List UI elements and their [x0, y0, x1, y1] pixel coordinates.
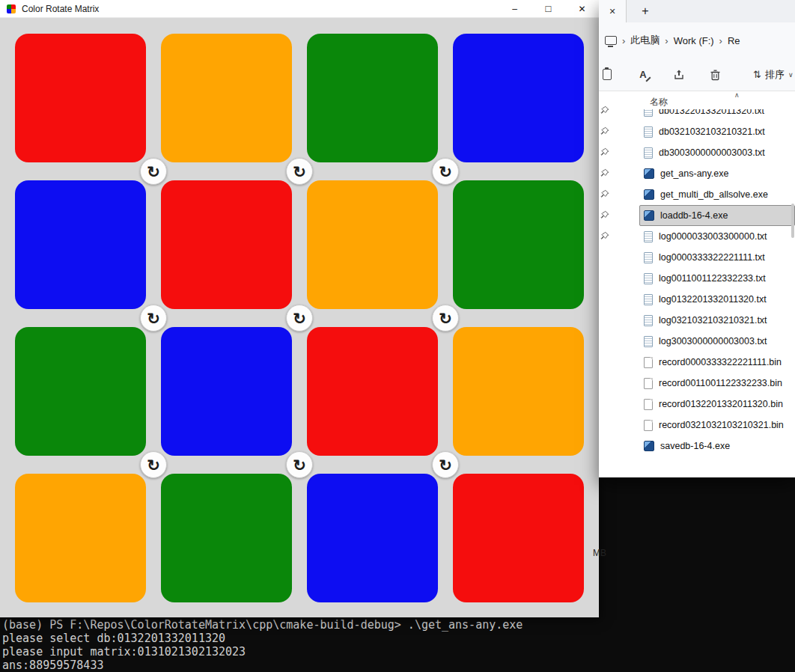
breadcrumb-separator: ›	[622, 35, 625, 46]
file-row[interactable]: loaddb-16-4.exe	[639, 205, 795, 226]
exe-file-icon	[644, 441, 654, 451]
delete-button[interactable]	[708, 67, 722, 82]
file-name: log0000033003300000.txt	[659, 231, 767, 242]
file-name: log0011001122332233.txt	[659, 273, 766, 284]
rotate-button[interactable]: ↻	[140, 158, 167, 185]
breadcrumb-item[interactable]: Re	[728, 35, 740, 46]
file-name: log0321032103210321.txt	[659, 315, 767, 326]
exe-file-icon	[644, 189, 654, 200]
green-tile	[307, 34, 438, 162]
breadcrumb-item[interactable]: Work (F:)	[674, 35, 714, 46]
file-row[interactable]: log0011001122332233.txt	[639, 268, 795, 289]
tab-close-icon[interactable]: ✕	[609, 7, 615, 16]
txt-file-icon	[644, 231, 653, 242]
active-tab[interactable]: ✕	[599, 0, 627, 22]
file-row[interactable]: get_ans-any.exe	[639, 163, 795, 184]
file-name: record0011001122332233.bin	[659, 378, 782, 388]
blue-tile	[15, 180, 146, 309]
pin-icon	[600, 147, 610, 168]
maximize-button[interactable]: □	[531, 0, 565, 17]
rotate-button[interactable]: ↻	[286, 158, 313, 185]
bin-file-icon	[644, 378, 653, 389]
file-row[interactable]: log0321032103210321.txt	[639, 310, 795, 331]
titlebar: Color Rotate Matrix – □ ✕	[0, 0, 599, 18]
txt-file-icon	[644, 294, 653, 305]
paste-button[interactable]	[600, 67, 614, 82]
breadcrumb-separator: ›	[719, 35, 722, 46]
rotate-button[interactable]: ↻	[432, 158, 459, 185]
file-row[interactable]: savedb-16-4.exe	[639, 436, 795, 456]
file-row[interactable]: log3003000000003003.txt	[639, 331, 795, 352]
file-row[interactable]: get_multi_db_allsolve.exe	[639, 184, 795, 205]
pinned-items-column	[600, 105, 610, 251]
bin-file-icon	[644, 357, 653, 368]
terminal-line: (base) PS F:\Repos\ColorRotateMatrix\cpp…	[2, 618, 523, 632]
file-name: record0132201332011320.bin	[659, 399, 783, 409]
bin-file-icon	[644, 420, 653, 431]
pin-icon	[600, 168, 610, 189]
breadcrumb-separator: ›	[665, 35, 668, 46]
red-tile	[15, 34, 146, 162]
red-tile	[307, 327, 438, 456]
file-row[interactable]: db3003000000003003.txt	[639, 142, 795, 163]
file-row[interactable]: db0321032103210321.txt	[639, 121, 795, 142]
green-tile	[453, 180, 584, 309]
pin-icon	[600, 189, 610, 210]
file-name: get_ans-any.exe	[660, 168, 729, 179]
breadcrumb: ›此电脑›Work (F:)›Re	[617, 34, 740, 47]
chevron-down-icon: ∨	[788, 71, 794, 79]
red-tile	[161, 180, 292, 309]
app-window: Color Rotate Matrix – □ ✕ ↻↻↻↻↻↻↻↻↻	[0, 0, 599, 617]
window-title: Color Rotate Matrix	[22, 4, 99, 14]
pin-icon	[600, 105, 610, 126]
file-row[interactable]: log0000033003300000.txt	[639, 226, 795, 247]
file-row[interactable]: record0000333322221111.bin	[639, 352, 795, 373]
file-name: loaddb-16-4.exe	[660, 210, 728, 221]
minimize-button[interactable]: –	[498, 0, 531, 17]
file-row[interactable]: db0132201332011320.txt	[639, 109, 795, 121]
rotate-button[interactable]: ↻	[432, 451, 459, 478]
rotate-button[interactable]: ↻	[432, 305, 459, 332]
orange-tile	[161, 34, 292, 162]
window-controls: – □ ✕	[498, 0, 599, 17]
exe-file-icon	[644, 210, 654, 221]
column-header-name[interactable]: 名称	[650, 96, 668, 109]
file-explorer-window: ✕ + ›此电脑›Work (F:)›Re A	[599, 0, 795, 477]
file-name: log0000333322221111.txt	[659, 252, 765, 263]
txt-file-icon	[644, 252, 653, 263]
app-icon	[7, 4, 16, 13]
file-list-viewport: db0132201332011320.txtdb0321032103210321…	[639, 109, 795, 462]
file-list-area: 名称 ∧ db0132201332011320.txtdb03210321032…	[599, 91, 795, 477]
rotate-button[interactable]: ↻	[286, 305, 313, 332]
file-name: db0132201332011320.txt	[659, 109, 764, 116]
file-row[interactable]: log0000333322221111.txt	[639, 247, 795, 268]
pin-icon	[600, 230, 610, 251]
orange-tile	[15, 474, 146, 602]
file-name: record0321032103210321.bin	[659, 420, 784, 430]
new-tab-button[interactable]: +	[636, 0, 654, 22]
rotate-button[interactable]: ↻	[140, 451, 167, 478]
file-row[interactable]: record0011001122332233.bin	[639, 373, 795, 394]
share-icon	[673, 69, 685, 81]
rotate-button[interactable]: ↻	[140, 305, 167, 332]
sort-arrows-icon: ⇅	[753, 69, 761, 80]
rename-button[interactable]: A	[636, 67, 650, 82]
tile-grid: ↻↻↻↻↻↻↻↻↻	[15, 34, 584, 602]
file-row[interactable]: record0321032103210321.bin	[639, 415, 795, 436]
file-name: log0132201332011320.txt	[659, 294, 767, 305]
scrollbar-thumb[interactable]	[791, 204, 794, 238]
blue-tile	[161, 327, 292, 456]
file-row[interactable]: log0132201332011320.txt	[639, 289, 795, 310]
terminal-line: please select db:0132201332011320	[2, 632, 523, 645]
close-button[interactable]: ✕	[565, 0, 599, 17]
bin-file-icon	[644, 399, 653, 410]
sort-button[interactable]: ⇅ 排序 ∨	[753, 68, 794, 82]
breadcrumb-item[interactable]: 此电脑	[630, 34, 660, 47]
explorer-tabbar: ✕ +	[599, 0, 795, 22]
pin-icon	[600, 126, 610, 147]
share-button[interactable]	[672, 67, 686, 82]
rotate-button[interactable]: ↻	[286, 451, 313, 478]
file-row[interactable]: record0132201332011320.bin	[639, 394, 795, 415]
file-list: db0132201332011320.txtdb0321032103210321…	[639, 109, 795, 456]
file-name: get_multi_db_allsolve.exe	[660, 189, 768, 200]
